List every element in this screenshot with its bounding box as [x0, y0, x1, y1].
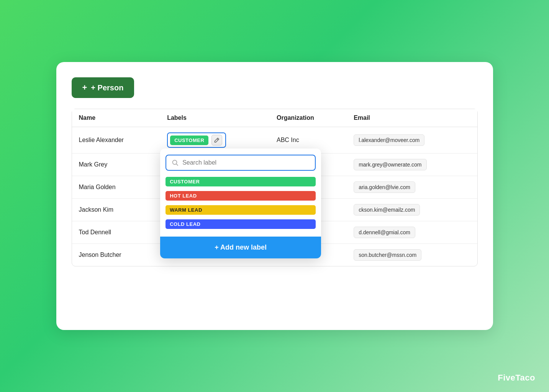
table-row: Leslie AlexanderCUSTOMERCUSTOMERHOT LEAD…	[72, 127, 477, 154]
email-badge: aria.golden@lvie.com	[354, 181, 415, 193]
label-list: CUSTOMERHOT LEADWARM LEADCOLD LEAD	[160, 177, 321, 233]
dropdown-label-option[interactable]: WARM LEAD	[166, 205, 316, 215]
label-search-input[interactable]	[182, 159, 310, 166]
cell-name: Maria Golden	[72, 176, 161, 199]
dropdown-label-option[interactable]: CUSTOMER	[166, 177, 316, 186]
add-person-label: + Person	[91, 83, 123, 92]
email-badge: l.alexander@moveer.com	[354, 134, 424, 146]
cell-email: d.dennell@gmial.com	[347, 221, 477, 244]
cell-email: l.alexander@moveer.com	[347, 127, 477, 154]
add-person-button[interactable]: + + Person	[72, 77, 134, 98]
contacts-table-wrapper: Name Labels Organization Email Leslie Al…	[72, 109, 478, 266]
cell-email: mark.grey@ownerate.com	[347, 154, 477, 176]
cell-email: ckson.kim@emailz.com	[347, 199, 477, 221]
contacts-table: Name Labels Organization Email Leslie Al…	[72, 109, 477, 266]
cell-labels: CUSTOMERCUSTOMERHOT LEADWARM LEADCOLD LE…	[160, 127, 270, 154]
main-card: + + Person Name Labels Organization Emai…	[56, 62, 493, 330]
col-organization: Organization	[270, 109, 347, 127]
label-search-wrap	[166, 155, 316, 171]
cell-email: aria.golden@lvie.com	[347, 176, 477, 199]
label-badge-wrap[interactable]: CUSTOMER	[167, 132, 226, 148]
email-badge: ckson.kim@emailz.com	[354, 204, 420, 216]
cell-name: Mark Grey	[72, 154, 161, 176]
email-badge: mark.grey@ownerate.com	[354, 159, 426, 170]
cell-name: Jackson Kim	[72, 199, 161, 221]
col-name: Name	[72, 109, 161, 127]
edit-label-button[interactable]	[211, 135, 222, 145]
search-icon	[172, 159, 179, 166]
svg-line-1	[176, 164, 178, 165]
dropdown-label-option[interactable]: COLD LEAD	[166, 219, 316, 229]
dropdown-label-option[interactable]: HOT LEAD	[166, 191, 316, 201]
cell-name: Jenson Butcher	[72, 244, 161, 266]
add-new-label-button[interactable]: + Add new label	[160, 237, 321, 258]
cell-name: Tod Dennell	[72, 221, 161, 244]
email-badge: d.dennell@gmial.com	[354, 227, 415, 238]
cell-email: son.butcher@mssn.com	[347, 244, 477, 266]
brand-logo: FiveTaco	[498, 373, 535, 383]
email-badge: son.butcher@mssn.com	[354, 249, 421, 261]
label-badge: CUSTOMER	[170, 136, 208, 145]
label-dropdown: CUSTOMERHOT LEADWARM LEADCOLD LEAD+ Add …	[160, 149, 321, 258]
cell-name: Leslie Alexander	[72, 127, 161, 154]
col-labels: Labels	[160, 109, 270, 127]
col-email: Email	[347, 109, 477, 127]
plus-icon: +	[82, 83, 87, 93]
